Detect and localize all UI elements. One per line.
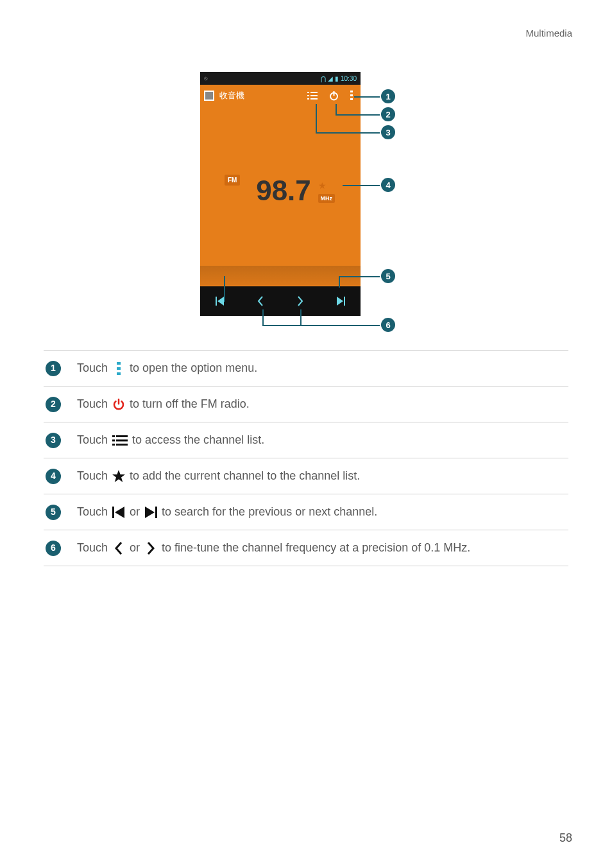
svg-rect-25	[112, 507, 114, 518]
header-section: Multimedia	[525, 28, 572, 39]
leader-line	[300, 309, 302, 325]
frequency-display: FM 98.7 ★ MHz	[200, 175, 361, 207]
tune-down-button[interactable]	[254, 296, 267, 306]
legend-table: 1 Touch to open the option menu. 2 Touch…	[44, 350, 568, 566]
leader-line	[262, 325, 380, 326]
svg-rect-10	[350, 98, 353, 100]
svg-rect-16	[117, 367, 121, 370]
svg-rect-17	[117, 372, 121, 375]
svg-rect-21	[116, 439, 128, 441]
svg-rect-8	[350, 91, 353, 92]
next-channel-button[interactable]	[334, 297, 347, 306]
channel-list-icon[interactable]	[307, 91, 318, 100]
legend-text: Touch	[77, 503, 108, 521]
svg-rect-22	[112, 444, 115, 446]
legend-text: to add the current channel to the channe…	[130, 467, 360, 485]
legend-text: to open the option menu.	[130, 360, 257, 377]
svg-rect-9	[350, 94, 353, 96]
power-icon[interactable]	[329, 91, 339, 101]
legend-text: or	[130, 539, 140, 557]
channel-list-icon	[112, 435, 128, 446]
legend-text: Touch	[77, 467, 108, 485]
legend-text: Touch	[77, 360, 108, 377]
frequency-value: 98.7	[256, 175, 311, 207]
skip-next-icon	[144, 507, 158, 518]
overflow-menu-icon[interactable]	[350, 91, 353, 101]
svg-rect-23	[116, 444, 128, 446]
legend-row: 2 Touch to turn off the FM radio.	[44, 386, 568, 422]
legend-text: to fine-tune the channel frequency at a …	[162, 539, 470, 557]
svg-rect-5	[310, 98, 318, 100]
leader-line	[316, 132, 380, 134]
legend-row: 5 Touch or to search for the previous or…	[44, 494, 568, 530]
callout-2: 2	[381, 107, 395, 121]
legend-text: to turn off the FM radio.	[130, 395, 250, 413]
skip-prev-icon	[112, 507, 126, 518]
leader-line	[339, 276, 340, 288]
legend-num: 4	[46, 469, 61, 484]
chevron-right-icon	[144, 542, 158, 555]
legend-num: 2	[46, 397, 61, 412]
callout-6: 6	[381, 318, 395, 332]
legend-row: 3 Touch to access the channel list.	[44, 422, 568, 458]
leader-line	[354, 96, 380, 98]
leader-line	[262, 309, 264, 325]
legend-text: or	[130, 503, 140, 521]
svg-marker-27	[145, 507, 155, 518]
frequency-unit: MHz	[318, 194, 336, 203]
figure: ⎋ ⋂ ◢ ▮ 10:30 收音機	[0, 72, 612, 332]
page-number: 58	[559, 831, 572, 845]
overflow-menu-icon	[112, 362, 126, 375]
legend-text: Touch	[77, 539, 108, 557]
legend-row: 6 Touch or to fine-tune the channel freq…	[44, 530, 568, 566]
svg-rect-19	[116, 435, 128, 437]
callout-4: 4	[381, 178, 395, 192]
star-icon	[112, 469, 126, 483]
headphone-icon: ⋂	[321, 75, 326, 82]
callout-3: 3	[381, 125, 395, 139]
status-bar: ⎋ ⋂ ◢ ▮ 10:30	[200, 72, 361, 85]
legend-num: 6	[46, 541, 61, 556]
legend-text: to search for the previous or next chann…	[162, 503, 377, 521]
app-title: 收音機	[219, 90, 302, 101]
app-icon	[204, 91, 214, 101]
favorite-star-icon[interactable]: ★	[318, 180, 327, 191]
svg-rect-15	[117, 362, 121, 365]
svg-marker-26	[115, 507, 124, 518]
leader-line	[316, 104, 317, 133]
legend-text: Touch	[77, 431, 108, 449]
app-toolbar: 收音機	[200, 85, 361, 107]
callout-5: 5	[381, 269, 395, 283]
status-left-icon: ⎋	[204, 75, 207, 82]
legend-num: 3	[46, 433, 61, 448]
leader-line	[339, 276, 380, 277]
legend-num: 1	[46, 361, 61, 376]
svg-rect-0	[307, 92, 309, 93]
svg-rect-7	[334, 91, 335, 96]
svg-rect-14	[344, 297, 345, 306]
leader-line	[224, 276, 225, 302]
leader-line	[343, 185, 380, 186]
legend-text: Touch	[77, 395, 108, 413]
svg-rect-11	[216, 297, 217, 306]
battery-icon: ▮	[335, 75, 339, 82]
fm-badge: FM	[225, 175, 240, 186]
legend-row: 1 Touch to open the option menu.	[44, 350, 568, 386]
chevron-left-icon	[112, 542, 126, 555]
legend-text: to access the channel list.	[132, 431, 264, 449]
svg-rect-28	[155, 507, 157, 518]
power-icon	[112, 398, 126, 411]
svg-rect-18	[112, 435, 115, 437]
tune-up-button[interactable]	[294, 296, 307, 306]
legend-row: 4 Touch to add the current channel to th…	[44, 458, 568, 494]
legend-num: 5	[46, 505, 61, 520]
svg-rect-4	[307, 98, 309, 100]
leader-line	[336, 114, 380, 116]
svg-rect-20	[112, 439, 115, 441]
svg-marker-12	[217, 297, 224, 306]
status-time: 10:30	[341, 75, 357, 82]
svg-marker-13	[337, 297, 343, 306]
svg-marker-24	[112, 470, 125, 482]
svg-rect-2	[307, 95, 309, 96]
signal-icon: ◢	[328, 75, 333, 82]
